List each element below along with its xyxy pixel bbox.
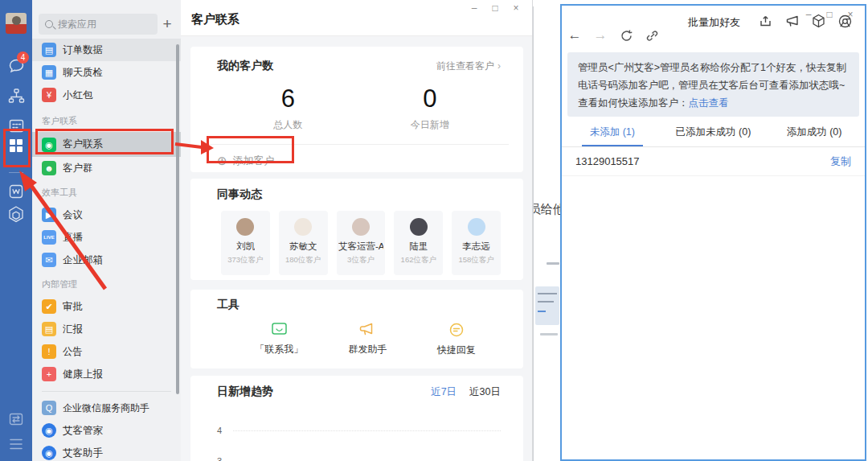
aike-assistant-icon: ◉: [42, 446, 56, 460]
app-item-meeting[interactable]: ▶ 会议: [32, 204, 181, 226]
chevron-right-icon: ›: [497, 60, 501, 72]
customer-contact-icon: ◉: [42, 138, 56, 152]
app-item-red-packet[interactable]: ¥ 小红包: [32, 84, 181, 106]
tab-added-failed[interactable]: 已添加未成功 (0): [663, 120, 764, 146]
view-customers-link[interactable]: 前往查看客户›: [436, 60, 501, 73]
left-rail: 4: [0, 0, 32, 461]
background-window-clipped-text: 员给他: [533, 202, 560, 217]
transfer-icon[interactable]: [0, 411, 32, 427]
app-item-approval[interactable]: ✔ 审批: [32, 295, 181, 318]
link-icon[interactable]: [639, 29, 665, 43]
avatar: [410, 218, 428, 236]
tab-last-7-days[interactable]: 近7日: [431, 385, 457, 399]
plus-circle-icon: ⊕: [217, 154, 227, 168]
app-panel: + ▤ 订单数据 ▦ 聊天质检 ¥ 小红包 客户联系 ◉ 客户联系 ☻ 客户群 …: [32, 0, 181, 461]
tools-card: 工具 「联系我」 群发助手 快捷回复: [190, 290, 523, 368]
trend-card: 日新增趋势 近7日 近30日 4 3: [190, 376, 523, 461]
card-title: 我的客户数: [217, 59, 273, 73]
app-item-report[interactable]: ▤ 汇报: [32, 318, 181, 340]
app-item-health-report[interactable]: + 健康上报: [32, 363, 181, 385]
app-list: ▤ 订单数据 ▦ 聊天质检 ¥ 小红包 客户联系 ◉ 客户联系 ☻ 客户群 效率…: [32, 39, 181, 461]
scrollbar[interactable]: [176, 44, 179, 394]
menu-icon[interactable]: [0, 438, 32, 451]
titlebar: 客户联系 – □ ×: [181, 0, 532, 36]
refresh-icon[interactable]: [613, 29, 639, 43]
tool-contact-me[interactable]: 「联系我」: [235, 323, 323, 357]
announcement-icon: !: [42, 344, 56, 359]
chat-qc-icon: ▦: [42, 65, 56, 80]
avatar: [294, 218, 312, 236]
avatar[interactable]: [6, 13, 27, 34]
chat-badge: 4: [17, 51, 29, 64]
browser-icon[interactable]: [832, 14, 858, 28]
contacts-icon[interactable]: [0, 88, 32, 105]
colleague-tile[interactable]: 艾客运营-A.. 3位客户: [337, 211, 386, 275]
colleague-tile[interactable]: 陆里 162位客户: [394, 211, 443, 275]
list-divider: [32, 385, 181, 397]
group-header-internal: 内部管理: [32, 271, 181, 295]
colleague-tile[interactable]: 苏敏文 180位客户: [279, 211, 328, 275]
forward-icon[interactable]: →: [588, 27, 613, 43]
drive-icon[interactable]: [0, 205, 32, 224]
app-item-chat-qc[interactable]: ▦ 聊天质检: [32, 61, 181, 84]
search-box[interactable]: [39, 14, 158, 35]
admin-notice: 管理员<广州艾客>管理员名称给你分配了1个好友，快去复制电话号码添加客户吧，管理…: [567, 52, 859, 117]
stat-total: 6 总人数: [217, 84, 359, 132]
cube-icon[interactable]: [805, 14, 832, 28]
tab-added-success[interactable]: 添加成功 (0): [764, 120, 865, 146]
quick-reply-icon: [449, 323, 464, 337]
tool-broadcast[interactable]: 群发助手: [323, 323, 411, 357]
chart-gridline: 3: [217, 456, 501, 461]
health-report-icon: +: [42, 367, 56, 381]
click-to-view-link[interactable]: 点击查看: [689, 97, 729, 109]
colleague-tile[interactable]: 刘凯 373位客户: [221, 211, 270, 275]
contact-me-icon: [272, 323, 287, 336]
customer-group-icon: ☻: [42, 161, 56, 175]
maximize-button[interactable]: □: [490, 2, 500, 14]
mail-icon: ✉: [42, 253, 56, 267]
report-icon: ▤: [42, 322, 56, 336]
tab-last-30-days[interactable]: 近30日: [469, 385, 501, 399]
y-tick: 3: [217, 456, 230, 461]
app-item-customer-contact[interactable]: ◉ 客户联系: [32, 132, 181, 157]
copy-button[interactable]: 复制: [830, 154, 851, 169]
colleagues-card: 同事动态 刘凯 373位客户 苏敏文 180位客户 艾客运营-A.. 3位客户 …: [190, 179, 523, 280]
app-item-service-provider-assistant[interactable]: Q 企业微信服务商助手: [32, 397, 181, 419]
calendar-icon[interactable]: [0, 117, 32, 134]
back-icon[interactable]: ←: [562, 27, 588, 43]
phone-number: 13129015517: [575, 155, 640, 167]
minimize-button[interactable]: –: [469, 2, 479, 14]
tool-quick-reply[interactable]: 快捷回复: [412, 323, 501, 357]
order-data-icon: ▤: [42, 43, 56, 57]
card-title: 工具: [217, 298, 501, 312]
broadcast-icon: [359, 323, 375, 336]
tab-not-added[interactable]: 未添加 (1): [562, 120, 663, 146]
app-item-announcement[interactable]: ! 公告: [32, 340, 181, 363]
add-app-button[interactable]: +: [158, 15, 177, 33]
batch-add-friends-window: – □ × ← → 批量加好友 管理员<广州艾客>管理员名称给你分配了1个好友，…: [560, 4, 866, 461]
search-input[interactable]: [58, 19, 151, 30]
stat-new-today: 0 今日新增: [359, 84, 502, 132]
share-icon[interactable]: [752, 14, 779, 28]
service-provider-icon: Q: [42, 401, 56, 415]
app-item-aike-manager[interactable]: ◉ 艾客管家: [32, 419, 181, 442]
workbench-icon[interactable]: [0, 137, 32, 154]
background-window: 员给他: [533, 6, 560, 461]
app-item-customer-group[interactable]: ☻ 客户群: [32, 157, 181, 179]
app-item-live[interactable]: LIVE 直播: [32, 226, 181, 249]
app-item-mail[interactable]: ✉ 企业邮箱: [32, 249, 181, 271]
avatar: [236, 218, 254, 236]
docs-icon[interactable]: [0, 183, 32, 200]
status-tabs: 未添加 (1) 已添加未成功 (0) 添加成功 (0): [562, 120, 865, 147]
close-button[interactable]: ×: [511, 2, 521, 14]
app-item-order-data[interactable]: ▤ 订单数据: [32, 39, 181, 61]
meeting-icon: ▶: [42, 208, 56, 222]
avatar: [468, 218, 485, 236]
background-window-notice-fragment: [535, 286, 559, 325]
avatar: [352, 218, 370, 236]
megaphone-icon[interactable]: [779, 15, 805, 27]
colleague-tile[interactable]: 李志远 158位客户: [452, 211, 501, 275]
app-item-aike-assistant[interactable]: ◉ 艾客助手: [32, 442, 181, 461]
approval-icon: ✔: [42, 299, 56, 314]
add-customer-button[interactable]: ⊕ 添加客户: [217, 145, 501, 177]
